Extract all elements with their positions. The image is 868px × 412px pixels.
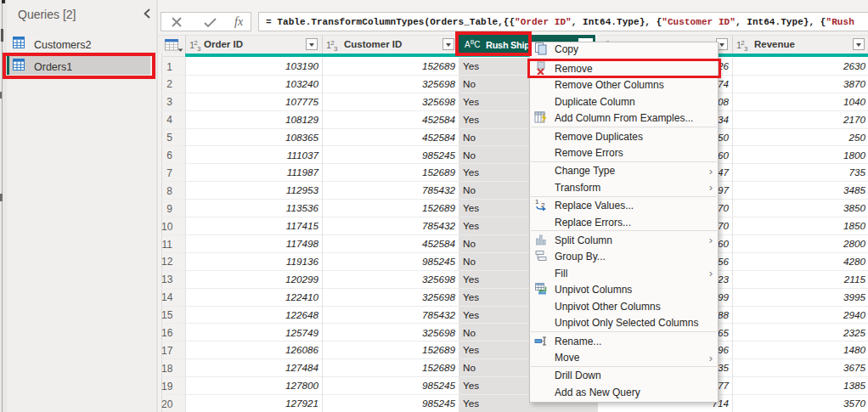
svg-text:1: 1 bbox=[535, 198, 539, 206]
svg-text:2: 2 bbox=[541, 201, 545, 209]
